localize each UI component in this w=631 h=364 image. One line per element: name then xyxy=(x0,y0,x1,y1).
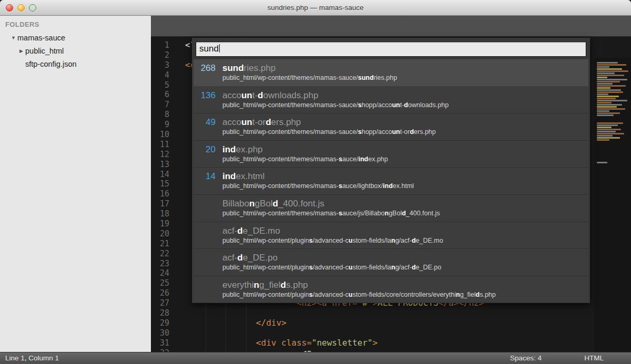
minimap-code-line xyxy=(597,110,609,112)
sidebar-item-sftp-config.json[interactable]: sftp-config.json xyxy=(0,58,151,71)
result-filename: acf-de_DE.po xyxy=(222,252,441,263)
match-score xyxy=(194,198,222,222)
line-number: 9 xyxy=(151,120,169,130)
line-number: 3 xyxy=(151,60,169,70)
goto-result-row[interactable]: 14index.htmlpublic_html/wp-content/theme… xyxy=(194,168,588,195)
goto-result-row[interactable]: acf-de_DE.mopublic_html/wp-content/plugi… xyxy=(194,222,588,249)
code-line: <a xyxy=(185,348,631,352)
result-filepath: public_html/wp-content/plugins/advanced-… xyxy=(222,263,441,272)
minimap-code-line xyxy=(597,62,618,64)
result-filename: sundries.php xyxy=(222,63,397,74)
line-number: 30 xyxy=(151,328,169,338)
result-text: account-downloads.phppublic_html/wp-cont… xyxy=(222,90,449,113)
minimap-code-line xyxy=(597,77,607,78)
line-number: 32 xyxy=(151,348,169,352)
goto-result-row[interactable]: everything_fields.phppublic_html/wp-cont… xyxy=(194,276,588,304)
minimap-code-line xyxy=(597,91,623,93)
code-line xyxy=(185,328,631,338)
result-filename: everything_fields.php xyxy=(222,279,496,290)
line-number: 17 xyxy=(151,199,169,209)
line-number: 1 xyxy=(151,40,169,50)
line-number: 29 xyxy=(151,318,169,328)
line-number: 5 xyxy=(151,80,169,90)
indent-setting[interactable]: Spaces: 4 xyxy=(510,352,542,364)
text-caret xyxy=(219,44,220,53)
code-line: </div> xyxy=(185,318,631,328)
goto-query-text: sund xyxy=(199,44,219,54)
minimap-code-line xyxy=(597,133,624,134)
match-score: 49 xyxy=(194,117,222,140)
window-title: sundries.php — mamas-sauce xyxy=(0,0,631,16)
minimap-code-line xyxy=(597,85,626,87)
minimap-code-line xyxy=(597,104,622,106)
result-text: acf-de_DE.mopublic_html/wp-content/plugi… xyxy=(222,225,443,249)
sidebar-item-mamas-sauce[interactable]: ▼mamas-sauce xyxy=(0,32,151,45)
goto-results-list: 268sundries.phppublic_html/wp-content/th… xyxy=(194,59,588,303)
minimap-code-line xyxy=(597,64,626,66)
minimap-code-line xyxy=(597,129,621,130)
minimap-code-line xyxy=(597,124,618,126)
result-text: index.htmlpublic_html/wp-content/themes/… xyxy=(222,171,414,194)
result-filename: account-downloads.php xyxy=(222,90,449,101)
line-number: 11 xyxy=(151,140,169,150)
goto-result-row[interactable]: BillabongBold_400.font.jspublic_html/wp-… xyxy=(194,195,588,222)
line-number: 4 xyxy=(151,70,169,80)
minimap-code-line xyxy=(597,87,610,89)
match-score xyxy=(194,225,222,249)
minimap-code-line xyxy=(597,131,616,132)
minimap-code-line xyxy=(597,70,628,72)
line-number: 14 xyxy=(151,170,169,180)
line-number: 10 xyxy=(151,130,169,140)
minimap-code-line xyxy=(597,108,625,110)
minimap-code-line xyxy=(597,135,613,137)
sidebar-item-public_html[interactable]: ▶public_html xyxy=(0,45,151,58)
minimap-code-line xyxy=(597,102,612,103)
disclosure-expanded-icon[interactable]: ▼ xyxy=(9,32,17,45)
editor-pane[interactable]: 1234567891011121314151617181920212223242… xyxy=(151,16,631,352)
result-filename: index.php xyxy=(222,144,388,155)
tab-bar xyxy=(151,16,631,37)
goto-anything-panel: sund 268sundries.phppublic_html/wp-conte… xyxy=(192,38,590,303)
minimap-code-line xyxy=(597,75,624,76)
goto-result-row[interactable]: 20index.phppublic_html/wp-content/themes… xyxy=(194,141,588,168)
sidebar-item-label: public_html xyxy=(25,45,64,58)
result-filepath: public_html/wp-content/plugins/advanced-… xyxy=(222,290,496,299)
result-text: everything_fields.phppublic_html/wp-cont… xyxy=(222,279,496,303)
match-score: 268 xyxy=(194,63,222,86)
minimap-code-line xyxy=(597,66,609,68)
disclosure-collapsed-icon[interactable]: ▶ xyxy=(17,45,25,58)
line-number: 7 xyxy=(151,100,169,110)
code-token: </div> xyxy=(256,318,287,328)
line-number: 13 xyxy=(151,160,169,170)
minimap-code-line xyxy=(597,72,615,74)
code-token: "newsletter" xyxy=(312,338,373,348)
minimap-code-line xyxy=(597,127,612,128)
minimap-code-line xyxy=(597,98,616,99)
match-score: 136 xyxy=(194,90,222,113)
line-number: 12 xyxy=(151,150,169,160)
line-number: 23 xyxy=(151,259,169,269)
app-window: sundries.php — mamas-sauce FOLDERS ▼mama… xyxy=(0,0,631,364)
cursor-position-label: Line 1, Column 1 xyxy=(5,352,59,364)
goto-result-row[interactable]: acf-de_DE.popublic_html/wp-content/plugi… xyxy=(194,249,588,276)
line-number: 2 xyxy=(151,50,169,60)
result-text: index.phppublic_html/wp-content/themes/m… xyxy=(222,144,388,168)
minimap-code-line xyxy=(597,112,620,114)
goto-result-row[interactable]: 268sundries.phppublic_html/wp-content/th… xyxy=(194,59,588,87)
code-line: <div class="newsletter"> xyxy=(185,338,631,348)
line-number: 28 xyxy=(151,308,169,318)
code-token: <div class= xyxy=(256,338,312,348)
code-token: <a xyxy=(302,348,312,352)
title-bar[interactable]: sundries.php — mamas-sauce xyxy=(0,0,631,16)
minimap[interactable] xyxy=(594,58,631,352)
result-filename: acf-de_DE.mo xyxy=(222,225,443,236)
goto-result-row[interactable]: 136account-downloads.phppublic_html/wp-c… xyxy=(194,87,588,114)
sidebar-item-label: sftp-config.json xyxy=(25,58,77,71)
goto-search-input[interactable]: sund xyxy=(196,41,586,57)
syntax-mode[interactable]: HTML xyxy=(584,352,604,364)
result-filename: index.html xyxy=(222,171,414,182)
goto-result-row[interactable]: 49account-orders.phppublic_html/wp-conte… xyxy=(194,113,588,141)
minimap-code-line xyxy=(597,100,627,101)
match-score xyxy=(194,252,222,276)
line-number: 22 xyxy=(151,249,169,259)
